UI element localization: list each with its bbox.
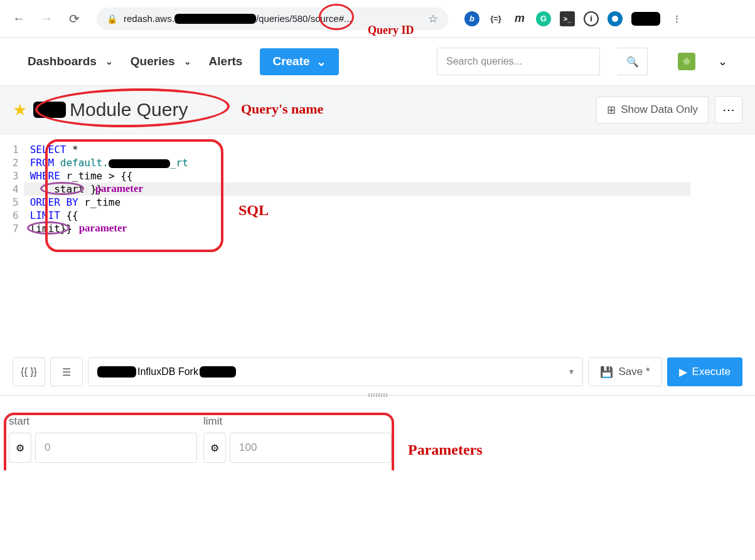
user-avatar[interactable] <box>678 53 695 70</box>
extension-icon-term[interactable]: >_ <box>560 11 575 26</box>
search-icon: 🔍 <box>626 56 639 68</box>
show-data-only-button[interactable]: ⊞Show Data Only <box>596 97 709 124</box>
browser-toolbar: ← → ⟳ 🔒 redash.aws./queries/580/source#.… <box>0 0 755 38</box>
bookmark-star-icon[interactable]: ☆ <box>428 12 438 26</box>
create-button[interactable]: Create⌄ <box>260 48 338 75</box>
code-area[interactable]: SELECT * FROM default._rt WHERE r_time >… <box>30 143 188 235</box>
lock-icon: 🔒 <box>107 14 117 24</box>
extension-icon-b[interactable]: b <box>464 11 479 26</box>
chevron-down-icon: ⌄ <box>316 55 326 69</box>
nav-alerts[interactable]: Alerts <box>209 55 243 68</box>
pane-divider[interactable] <box>0 395 755 408</box>
app-nav: Dashboards⌄ Queries⌄ Alerts Create⌄ Sear… <box>0 38 755 85</box>
nav-dashboards[interactable]: Dashboards⌄ <box>28 55 113 68</box>
favorite-star-icon[interactable]: ★ <box>13 100 27 120</box>
annotation-sql: SQL <box>238 202 269 219</box>
gear-icon: ⚙ <box>210 442 219 454</box>
extension-icon-braces[interactable]: {=} <box>488 11 503 26</box>
browser-menu-icon[interactable]: ⋮ <box>669 11 684 26</box>
param-input-start[interactable]: 0 <box>35 433 197 463</box>
datasource-select[interactable]: InfluxDB Fork ▼ <box>88 357 583 386</box>
indent-icon: ☰ <box>62 366 71 378</box>
line-gutter: 1234567 <box>13 143 30 235</box>
query-header: ★ Module Query ⊞Show Data Only ⋯ Query's… <box>0 85 755 134</box>
url-text: redash.aws./queries/580/source#... <box>124 13 422 24</box>
annotation-query-id: Query ID <box>368 24 414 37</box>
save-icon: 💾 <box>600 366 613 379</box>
more-options-button[interactable]: ⋯ <box>715 96 742 124</box>
parameters-section: start ⚙ 0 limit ⚙ 100 Parameters <box>0 408 755 470</box>
extension-icon-circle[interactable] <box>608 11 623 26</box>
forward-button[interactable]: → <box>35 8 58 30</box>
search-input[interactable]: Search queries... <box>437 48 600 75</box>
back-button[interactable]: ← <box>8 8 30 30</box>
nav-queries[interactable]: Queries⌄ <box>131 55 191 68</box>
chevron-down-icon: ⌄ <box>105 56 113 66</box>
param-input-limit[interactable]: 100 <box>230 433 392 463</box>
extension-icon-g[interactable]: G <box>536 11 551 26</box>
param-limit: limit ⚙ 100 <box>203 415 392 463</box>
param-label: start <box>9 415 197 428</box>
extension-icon-info[interactable]: i <box>584 11 599 26</box>
reload-button[interactable]: ⟳ <box>63 8 85 30</box>
grid-icon: ⊞ <box>607 103 616 117</box>
dropdown-arrow-icon: ▼ <box>568 367 576 376</box>
param-settings-button[interactable]: ⚙ <box>9 433 31 463</box>
sql-editor[interactable]: 1234567 SELECT * FROM default._rt WHERE … <box>0 134 755 357</box>
query-title[interactable]: Module Query <box>33 99 188 120</box>
extension-icons: b {=} m G >_ i ⋮ <box>464 11 684 26</box>
extension-icon-m[interactable]: m <box>512 11 527 26</box>
annotation-parameter: parameter <box>79 221 127 235</box>
annotation-parameter: parameter <box>95 182 143 195</box>
gear-icon: ⚙ <box>16 442 24 454</box>
redacted-avatar <box>631 12 660 26</box>
chevron-down-icon[interactable]: ⌄ <box>718 55 727 68</box>
param-label: limit <box>203 415 392 428</box>
params-button[interactable]: {{ }} <box>13 357 45 386</box>
annotation-query-name: Query's name <box>241 101 323 117</box>
editor-toolbar: {{ }} ☰ InfluxDB Fork ▼ 💾Save * ▶Execute <box>0 357 755 395</box>
format-button[interactable]: ☰ <box>50 357 83 386</box>
search-button[interactable]: 🔍 <box>618 48 648 75</box>
execute-button[interactable]: ▶Execute <box>667 357 742 386</box>
annotation-parameters: Parameters <box>408 441 483 458</box>
save-button[interactable]: 💾Save * <box>588 357 661 386</box>
param-start: start ⚙ 0 <box>9 415 197 463</box>
chevron-down-icon: ⌄ <box>184 56 191 66</box>
play-icon: ▶ <box>679 366 687 379</box>
param-settings-button[interactable]: ⚙ <box>203 433 226 463</box>
